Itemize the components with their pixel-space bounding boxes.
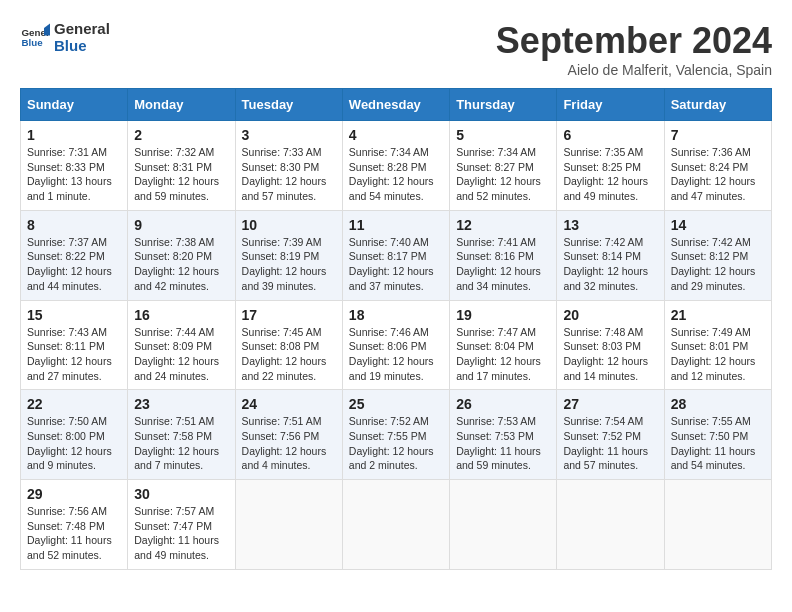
logo: General Blue GeneralBlue	[20, 20, 110, 54]
day-info: Sunrise: 7:44 AMSunset: 8:09 PMDaylight:…	[134, 325, 228, 384]
calendar-cell: 6Sunrise: 7:35 AMSunset: 8:25 PMDaylight…	[557, 121, 664, 211]
calendar-week-3: 15Sunrise: 7:43 AMSunset: 8:11 PMDayligh…	[21, 300, 772, 390]
header-sunday: Sunday	[21, 89, 128, 121]
day-number: 26	[456, 396, 550, 412]
day-info: Sunrise: 7:42 AMSunset: 8:14 PMDaylight:…	[563, 235, 657, 294]
calendar-cell: 23Sunrise: 7:51 AMSunset: 7:58 PMDayligh…	[128, 390, 235, 480]
calendar-cell: 28Sunrise: 7:55 AMSunset: 7:50 PMDayligh…	[664, 390, 771, 480]
day-number: 14	[671, 217, 765, 233]
day-number: 3	[242, 127, 336, 143]
day-number: 9	[134, 217, 228, 233]
calendar-cell: 24Sunrise: 7:51 AMSunset: 7:56 PMDayligh…	[235, 390, 342, 480]
calendar-week-4: 22Sunrise: 7:50 AMSunset: 8:00 PMDayligh…	[21, 390, 772, 480]
calendar-header-row: SundayMondayTuesdayWednesdayThursdayFrid…	[21, 89, 772, 121]
calendar-cell: 7Sunrise: 7:36 AMSunset: 8:24 PMDaylight…	[664, 121, 771, 211]
calendar-cell: 5Sunrise: 7:34 AMSunset: 8:27 PMDaylight…	[450, 121, 557, 211]
day-info: Sunrise: 7:43 AMSunset: 8:11 PMDaylight:…	[27, 325, 121, 384]
day-info: Sunrise: 7:35 AMSunset: 8:25 PMDaylight:…	[563, 145, 657, 204]
day-number: 15	[27, 307, 121, 323]
day-number: 28	[671, 396, 765, 412]
day-info: Sunrise: 7:40 AMSunset: 8:17 PMDaylight:…	[349, 235, 443, 294]
day-info: Sunrise: 7:32 AMSunset: 8:31 PMDaylight:…	[134, 145, 228, 204]
day-number: 6	[563, 127, 657, 143]
day-info: Sunrise: 7:39 AMSunset: 8:19 PMDaylight:…	[242, 235, 336, 294]
day-info: Sunrise: 7:36 AMSunset: 8:24 PMDaylight:…	[671, 145, 765, 204]
day-info: Sunrise: 7:53 AMSunset: 7:53 PMDaylight:…	[456, 414, 550, 473]
day-number: 23	[134, 396, 228, 412]
day-number: 5	[456, 127, 550, 143]
calendar-cell	[342, 480, 449, 570]
day-info: Sunrise: 7:42 AMSunset: 8:12 PMDaylight:…	[671, 235, 765, 294]
calendar-cell: 25Sunrise: 7:52 AMSunset: 7:55 PMDayligh…	[342, 390, 449, 480]
day-number: 4	[349, 127, 443, 143]
logo-text: GeneralBlue	[54, 20, 110, 54]
header-monday: Monday	[128, 89, 235, 121]
header-wednesday: Wednesday	[342, 89, 449, 121]
day-number: 13	[563, 217, 657, 233]
day-number: 2	[134, 127, 228, 143]
month-title: September 2024	[496, 20, 772, 62]
calendar-cell: 1Sunrise: 7:31 AMSunset: 8:33 PMDaylight…	[21, 121, 128, 211]
calendar-cell: 17Sunrise: 7:45 AMSunset: 8:08 PMDayligh…	[235, 300, 342, 390]
day-info: Sunrise: 7:45 AMSunset: 8:08 PMDaylight:…	[242, 325, 336, 384]
day-info: Sunrise: 7:51 AMSunset: 7:56 PMDaylight:…	[242, 414, 336, 473]
calendar-cell: 29Sunrise: 7:56 AMSunset: 7:48 PMDayligh…	[21, 480, 128, 570]
calendar-cell: 27Sunrise: 7:54 AMSunset: 7:52 PMDayligh…	[557, 390, 664, 480]
calendar-cell	[557, 480, 664, 570]
day-info: Sunrise: 7:56 AMSunset: 7:48 PMDaylight:…	[27, 504, 121, 563]
day-info: Sunrise: 7:57 AMSunset: 7:47 PMDaylight:…	[134, 504, 228, 563]
day-number: 8	[27, 217, 121, 233]
calendar-cell: 14Sunrise: 7:42 AMSunset: 8:12 PMDayligh…	[664, 210, 771, 300]
day-info: Sunrise: 7:34 AMSunset: 8:28 PMDaylight:…	[349, 145, 443, 204]
day-number: 7	[671, 127, 765, 143]
calendar-week-5: 29Sunrise: 7:56 AMSunset: 7:48 PMDayligh…	[21, 480, 772, 570]
header-thursday: Thursday	[450, 89, 557, 121]
calendar-cell: 11Sunrise: 7:40 AMSunset: 8:17 PMDayligh…	[342, 210, 449, 300]
day-number: 19	[456, 307, 550, 323]
calendar-cell: 21Sunrise: 7:49 AMSunset: 8:01 PMDayligh…	[664, 300, 771, 390]
calendar-cell: 10Sunrise: 7:39 AMSunset: 8:19 PMDayligh…	[235, 210, 342, 300]
day-info: Sunrise: 7:49 AMSunset: 8:01 PMDaylight:…	[671, 325, 765, 384]
calendar-cell	[235, 480, 342, 570]
calendar-cell: 26Sunrise: 7:53 AMSunset: 7:53 PMDayligh…	[450, 390, 557, 480]
calendar-table: SundayMondayTuesdayWednesdayThursdayFrid…	[20, 88, 772, 570]
day-info: Sunrise: 7:54 AMSunset: 7:52 PMDaylight:…	[563, 414, 657, 473]
calendar-cell: 8Sunrise: 7:37 AMSunset: 8:22 PMDaylight…	[21, 210, 128, 300]
calendar-cell: 4Sunrise: 7:34 AMSunset: 8:28 PMDaylight…	[342, 121, 449, 211]
calendar-cell: 3Sunrise: 7:33 AMSunset: 8:30 PMDaylight…	[235, 121, 342, 211]
day-number: 12	[456, 217, 550, 233]
day-info: Sunrise: 7:52 AMSunset: 7:55 PMDaylight:…	[349, 414, 443, 473]
day-number: 16	[134, 307, 228, 323]
day-info: Sunrise: 7:55 AMSunset: 7:50 PMDaylight:…	[671, 414, 765, 473]
svg-marker-2	[44, 24, 50, 36]
location: Aielo de Malferit, Valencia, Spain	[496, 62, 772, 78]
day-info: Sunrise: 7:51 AMSunset: 7:58 PMDaylight:…	[134, 414, 228, 473]
calendar-week-1: 1Sunrise: 7:31 AMSunset: 8:33 PMDaylight…	[21, 121, 772, 211]
calendar-cell: 22Sunrise: 7:50 AMSunset: 8:00 PMDayligh…	[21, 390, 128, 480]
day-info: Sunrise: 7:46 AMSunset: 8:06 PMDaylight:…	[349, 325, 443, 384]
calendar-cell	[664, 480, 771, 570]
calendar-week-2: 8Sunrise: 7:37 AMSunset: 8:22 PMDaylight…	[21, 210, 772, 300]
day-info: Sunrise: 7:37 AMSunset: 8:22 PMDaylight:…	[27, 235, 121, 294]
day-number: 22	[27, 396, 121, 412]
logo-icon: General Blue	[20, 22, 50, 52]
day-info: Sunrise: 7:31 AMSunset: 8:33 PMDaylight:…	[27, 145, 121, 204]
calendar-cell: 13Sunrise: 7:42 AMSunset: 8:14 PMDayligh…	[557, 210, 664, 300]
day-number: 17	[242, 307, 336, 323]
page-header: General Blue GeneralBlue September 2024 …	[20, 20, 772, 78]
day-info: Sunrise: 7:48 AMSunset: 8:03 PMDaylight:…	[563, 325, 657, 384]
calendar-cell: 20Sunrise: 7:48 AMSunset: 8:03 PMDayligh…	[557, 300, 664, 390]
day-info: Sunrise: 7:33 AMSunset: 8:30 PMDaylight:…	[242, 145, 336, 204]
day-number: 21	[671, 307, 765, 323]
header-saturday: Saturday	[664, 89, 771, 121]
header-friday: Friday	[557, 89, 664, 121]
day-number: 20	[563, 307, 657, 323]
day-number: 10	[242, 217, 336, 233]
calendar-cell: 18Sunrise: 7:46 AMSunset: 8:06 PMDayligh…	[342, 300, 449, 390]
day-number: 1	[27, 127, 121, 143]
day-info: Sunrise: 7:34 AMSunset: 8:27 PMDaylight:…	[456, 145, 550, 204]
title-block: September 2024 Aielo de Malferit, Valenc…	[496, 20, 772, 78]
day-info: Sunrise: 7:41 AMSunset: 8:16 PMDaylight:…	[456, 235, 550, 294]
day-info: Sunrise: 7:38 AMSunset: 8:20 PMDaylight:…	[134, 235, 228, 294]
calendar-cell: 12Sunrise: 7:41 AMSunset: 8:16 PMDayligh…	[450, 210, 557, 300]
